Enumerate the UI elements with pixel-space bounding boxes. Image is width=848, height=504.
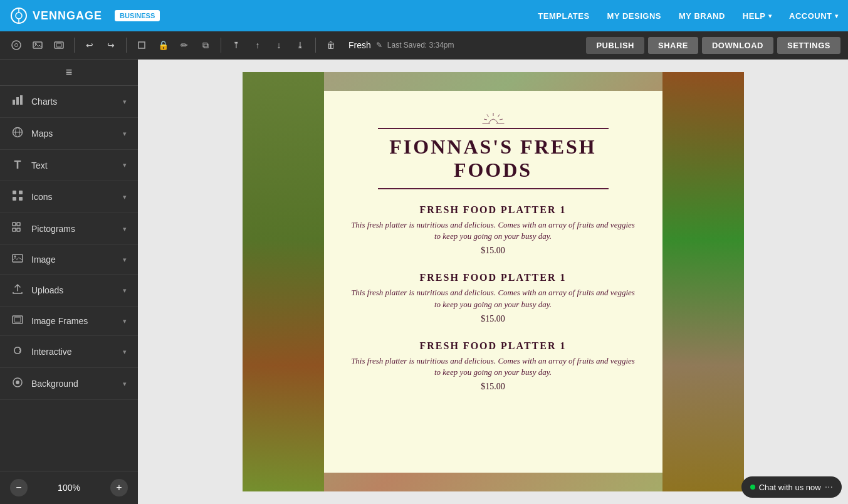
- toolbar-venngage-btn[interactable]: [8, 36, 25, 54]
- sidebar-item-image[interactable]: Image ▾: [0, 245, 138, 275]
- sidebar-item-interactive[interactable]: Interactive ▾: [0, 336, 138, 368]
- interactive-icon: [11, 345, 24, 359]
- svg-rect-19: [13, 197, 16, 201]
- account-caret: ▾: [835, 13, 839, 19]
- svg-point-30: [16, 381, 19, 384]
- sidebar-text-label: Text: [31, 160, 115, 171]
- svg-rect-20: [19, 197, 23, 201]
- image-frames-chevron: ▾: [123, 317, 127, 325]
- charts-chevron: ▾: [123, 98, 127, 106]
- svg-rect-18: [19, 191, 23, 194]
- toolbar-right-buttons: PUBLISH SHARE DOWNLOAD SETTINGS: [586, 37, 840, 54]
- download-button[interactable]: DOWNLOAD: [702, 37, 773, 54]
- publish-button[interactable]: PUBLISH: [586, 37, 644, 54]
- zoom-out-button[interactable]: −: [10, 479, 28, 496]
- share-button[interactable]: SHARE: [648, 37, 698, 54]
- sidebar-item-maps[interactable]: Maps ▾: [0, 118, 138, 150]
- sidebar-item-text[interactable]: T Text ▾: [0, 150, 138, 181]
- maps-icon: [11, 127, 24, 140]
- chat-bubble[interactable]: Chat with us now ···: [741, 476, 842, 498]
- nav-account[interactable]: ACCOUNT ▾: [789, 11, 838, 21]
- image-icon: [11, 254, 24, 265]
- svg-rect-12: [16, 97, 19, 105]
- design-canvas: FIONNAS'S FRESH FOODS FRESH FOOD PLATTER…: [243, 72, 744, 491]
- svg-rect-17: [13, 191, 16, 194]
- svg-line-34: [487, 115, 489, 117]
- menu-item-3-name: FRESH FOOD PLATTER 1: [349, 340, 637, 352]
- nav-my-brand[interactable]: MY BRAND: [679, 11, 725, 21]
- nav-templates[interactable]: TEMPLATES: [538, 11, 589, 21]
- settings-button[interactable]: SETTINGS: [777, 37, 840, 54]
- sidebar-charts-label: Charts: [31, 97, 115, 107]
- menu-item-1[interactable]: FRESH FOOD PLATTER 1 This fresh platter …: [349, 204, 637, 256]
- toolbar-sep-3: [221, 38, 221, 53]
- toolbar-photo-btn[interactable]: [50, 36, 68, 54]
- svg-rect-21: [13, 223, 16, 226]
- text-chevron: ▾: [123, 161, 127, 169]
- toolbar-sep-4: [315, 38, 316, 53]
- icons-icon: [11, 190, 24, 204]
- sidebar-item-background[interactable]: Background ▾: [0, 368, 138, 400]
- toolbar-copy-btn[interactable]: ⧉: [197, 36, 214, 54]
- toolbar-edit-btn[interactable]: ✏: [175, 36, 193, 54]
- canvas-area[interactable]: FIONNAS'S FRESH FOODS FRESH FOOD PLATTER…: [138, 60, 848, 504]
- sidebar-item-icons[interactable]: Icons ▾: [0, 181, 138, 213]
- sidebar-item-charts[interactable]: Charts ▾: [0, 86, 138, 118]
- svg-rect-10: [139, 42, 145, 48]
- doc-edit-icon[interactable]: ✎: [376, 41, 382, 50]
- toolbar-delete-btn[interactable]: 🗑: [322, 36, 340, 54]
- menu-title: FIONNAS'S FRESH FOODS: [349, 135, 637, 182]
- logo-area: VENNGAGE: [10, 7, 102, 24]
- svg-rect-11: [13, 100, 15, 105]
- toolbar-redo-btn[interactable]: ↪: [102, 36, 120, 54]
- toolbar-lock-btn[interactable]: 🔒: [154, 36, 172, 54]
- svg-line-35: [498, 115, 500, 117]
- svg-line-37: [500, 119, 503, 120]
- toolbar-sep-2: [126, 38, 127, 53]
- sidebar-item-image-frames[interactable]: Image Frames ▾: [0, 307, 138, 336]
- menu-item-3-price: $15.00: [349, 382, 637, 392]
- svg-point-5: [15, 44, 18, 47]
- toolbar-send-back-btn[interactable]: ↓: [270, 36, 288, 54]
- zoom-in-button[interactable]: +: [110, 479, 128, 496]
- menu-card[interactable]: FIONNAS'S FRESH FOODS FRESH FOOD PLATTER…: [324, 91, 662, 473]
- image-frames-icon: [11, 315, 24, 327]
- sidebar: ≡ Charts ▾ Maps ▾: [0, 60, 138, 504]
- toolbar-send-behind-btn[interactable]: ⤓: [291, 36, 309, 54]
- sidebar-maps-label: Maps: [31, 129, 115, 139]
- menu-item-3[interactable]: FRESH FOOD PLATTER 1 This fresh platter …: [349, 340, 637, 392]
- image-chevron: ▾: [123, 256, 127, 264]
- chat-online-indicator: [750, 485, 755, 490]
- menu-item-1-desc: This fresh platter is nutritious and del…: [349, 219, 637, 242]
- top-nav: VENNGAGE BUSINESS TEMPLATES MY DESIGNS M…: [0, 0, 848, 31]
- svg-point-4: [12, 41, 21, 50]
- pictograms-icon: [11, 222, 24, 236]
- menu-top-line: [378, 128, 609, 129]
- menu-item-2-price: $15.00: [349, 314, 637, 324]
- toolbar-undo-btn[interactable]: ↩: [81, 36, 98, 54]
- svg-rect-23: [13, 228, 16, 231]
- help-caret: ▾: [768, 13, 772, 19]
- toolbar-bring-up-btn[interactable]: ↑: [249, 36, 266, 54]
- business-badge: BUSINESS: [115, 10, 160, 21]
- menu-item-2[interactable]: FRESH FOOD PLATTER 1 This fresh platter …: [349, 272, 637, 323]
- sidebar-bottom: − 100% +: [0, 471, 138, 504]
- sun-decoration-icon: [481, 110, 506, 125]
- text-icon: T: [11, 159, 24, 172]
- svg-point-26: [14, 256, 16, 258]
- nav-help[interactable]: HELP ▾: [743, 11, 772, 21]
- toolbar: ↩ ↪ 🔒 ✏ ⧉ ⤒ ↑ ↓ ⤓ 🗑 Fresh ✎ Last Saved: …: [0, 31, 848, 60]
- nav-my-designs[interactable]: MY DESIGNS: [607, 11, 661, 21]
- menu-item-1-price: $15.00: [349, 246, 637, 256]
- sidebar-item-uploads[interactable]: Uploads ▾: [0, 275, 138, 307]
- menu-items-container: FRESH FOOD PLATTER 1 This fresh platter …: [349, 204, 637, 392]
- toolbar-bring-front-btn[interactable]: ⤒: [228, 36, 245, 54]
- svg-rect-22: [17, 223, 20, 226]
- hamburger-button[interactable]: ≡: [66, 66, 73, 79]
- svg-rect-28: [14, 317, 21, 322]
- toolbar-crop-btn[interactable]: [133, 36, 150, 54]
- zoom-level: 100%: [58, 483, 80, 493]
- toolbar-image-btn[interactable]: [29, 36, 46, 54]
- pictograms-chevron: ▾: [123, 225, 127, 233]
- sidebar-item-pictograms[interactable]: Pictograms ▾: [0, 213, 138, 245]
